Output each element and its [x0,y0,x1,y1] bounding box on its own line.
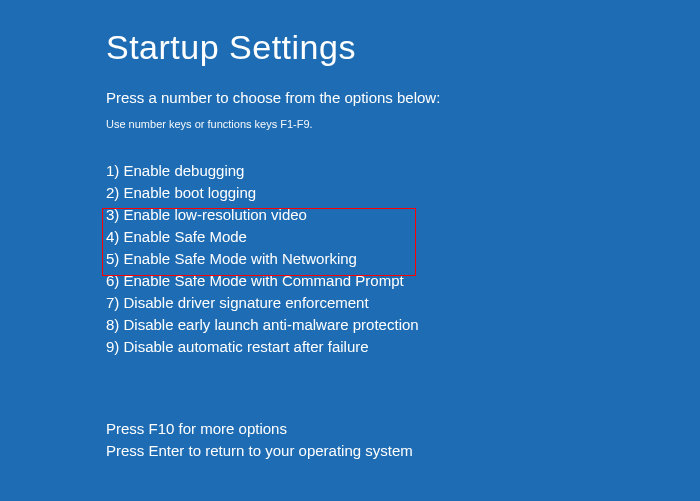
option-4[interactable]: 4) Enable Safe Mode [106,226,700,248]
option-9[interactable]: 9) Disable automatic restart after failu… [106,336,700,358]
footer-enter: Press Enter to return to your operating … [106,440,700,462]
option-5[interactable]: 5) Enable Safe Mode with Networking [106,248,700,270]
option-1[interactable]: 1) Enable debugging [106,160,700,182]
instruction-text: Press a number to choose from the option… [106,89,700,106]
option-2[interactable]: 2) Enable boot logging [106,182,700,204]
option-8[interactable]: 8) Disable early launch anti-malware pro… [106,314,700,336]
options-list: 1) Enable debugging 2) Enable boot loggi… [106,160,700,358]
option-3[interactable]: 3) Enable low-resolution video [106,204,700,226]
footer: Press F10 for more options Press Enter t… [106,418,700,462]
startup-settings-screen: Startup Settings Press a number to choos… [0,0,700,462]
footer-more-options: Press F10 for more options [106,418,700,440]
option-7[interactable]: 7) Disable driver signature enforcement [106,292,700,314]
page-title: Startup Settings [106,28,700,67]
option-6[interactable]: 6) Enable Safe Mode with Command Prompt [106,270,700,292]
hint-text: Use number keys or functions keys F1-F9. [106,118,700,130]
